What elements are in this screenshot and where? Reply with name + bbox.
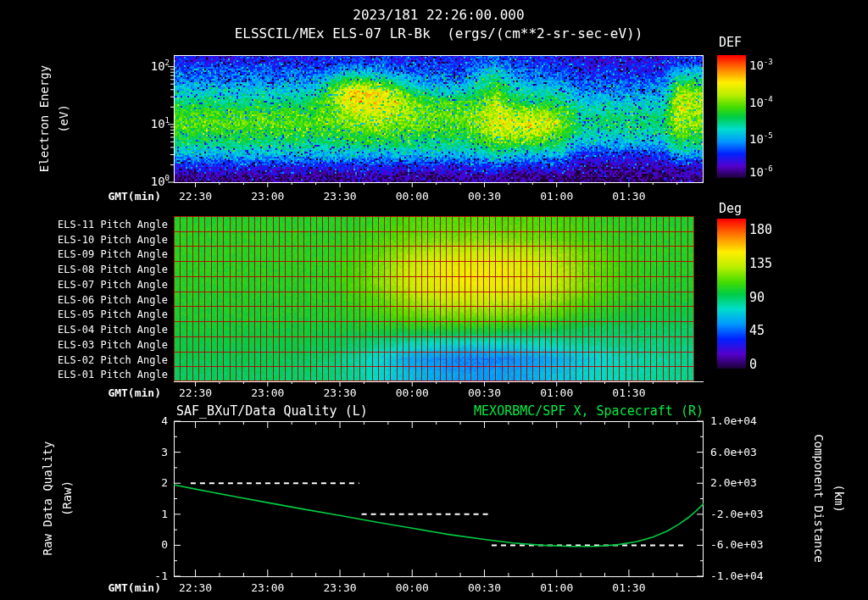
x-tick-label: 22:30 xyxy=(169,386,223,400)
x-tick-label: 01:00 xyxy=(530,386,584,400)
els-row-label: ELS-07 Pitch Angle xyxy=(49,278,168,292)
km-tick-label: 1.0e+04 xyxy=(710,414,778,428)
energy-tick-label: 101 xyxy=(129,117,170,131)
km-tick-label: -2.0e+03 xyxy=(710,508,778,521)
raw-tick-label: 1 xyxy=(134,508,168,521)
x-tick-label: 01:00 xyxy=(530,581,584,595)
els-row-label: ELS-04 Pitch Angle xyxy=(49,323,168,336)
els-row-label: ELS-08 Pitch Angle xyxy=(49,263,168,276)
spacecraft-x-curve xyxy=(174,485,704,547)
x-tick-label: 01:30 xyxy=(602,190,656,203)
raw-tick-label: -1 xyxy=(134,569,168,583)
plot-title: ELSSCIL/MEx ELS-07 LR-Bk (ergs/(cm**2-sr… xyxy=(89,25,788,42)
els-row-label: ELS-05 Pitch Angle xyxy=(49,308,168,321)
deg-colorbar-tick-label: 135 xyxy=(749,257,772,270)
km-tick-label: 6.0e+03 xyxy=(710,446,778,459)
raw-tick-label: 2 xyxy=(134,476,168,490)
raw-quality-axis-label: Raw Data Quality xyxy=(41,442,54,556)
line-plot-frame xyxy=(175,422,704,577)
plot-timestamp: 2023/181 22:26:00.000 xyxy=(174,7,704,23)
x-tick-label: 00:00 xyxy=(385,190,439,203)
x-tick-label: 00:00 xyxy=(385,386,439,400)
els-row-label: ELS-01 Pitch Angle xyxy=(49,368,168,381)
x-tick-label: 01:30 xyxy=(602,581,656,595)
x-tick-label: 23:00 xyxy=(241,581,295,595)
raw-tick-label: 0 xyxy=(134,538,168,552)
x-tick-label: 23:30 xyxy=(313,581,367,595)
x-tick-label: 23:00 xyxy=(241,386,295,400)
energy-tick-label: 102 xyxy=(129,59,170,73)
x-tick-label: 00:30 xyxy=(457,581,511,595)
gmt-axis-label-bottom: GMT(min) xyxy=(83,581,161,595)
energy-tick-label: 100 xyxy=(129,175,170,188)
def-colorbar-tick-label: 10-4 xyxy=(749,96,773,109)
def-colorbar-title: DEF xyxy=(719,36,742,49)
deg-colorbar-title: Deg xyxy=(719,202,742,215)
spacecraft-series-title: MEXORBMC/SPF X, Spacecraft (R) xyxy=(364,404,704,418)
deg-colorbar-tick-label: 180 xyxy=(749,223,772,236)
def-colorbar-tick-label: 10-3 xyxy=(749,58,773,72)
component-distance-axis-label: Component Distance xyxy=(812,434,826,563)
els-row-label: ELS-02 Pitch Angle xyxy=(49,353,168,367)
km-tick-label: -1.0e+04 xyxy=(710,569,778,583)
deg-colorbar-tick-label: 45 xyxy=(749,324,765,337)
deg-colorbar xyxy=(717,219,746,369)
x-tick-label: 23:00 xyxy=(241,190,295,203)
quality-series-title: SAF_BXuT/Data Quality (L) xyxy=(176,404,368,418)
els-row-label: ELS-06 Pitch Angle xyxy=(49,293,168,307)
deg-colorbar-tick-label: 0 xyxy=(749,358,757,371)
x-tick-label: 01:00 xyxy=(530,190,584,203)
x-tick-label: 01:30 xyxy=(602,386,656,400)
x-tick-label: 00:30 xyxy=(457,386,511,400)
raw-tick-label: 4 xyxy=(134,414,168,428)
km-tick-label: 2.0e+03 xyxy=(710,476,778,490)
def-colorbar-tick-label: 10-5 xyxy=(749,132,773,146)
raw-tick-label: 3 xyxy=(134,446,168,459)
electron-energy-spectrogram-heatmap xyxy=(174,55,704,182)
els-row-label: ELS-11 Pitch Angle xyxy=(49,218,168,231)
component-distance-axis-units: (km) xyxy=(832,484,846,513)
def-colorbar xyxy=(717,55,746,178)
x-tick-label: 00:00 xyxy=(385,581,439,595)
pitch-angle-heatmap xyxy=(174,216,704,381)
els-row-label: ELS-10 Pitch Angle xyxy=(49,233,168,247)
def-colorbar-tick-label: 10-6 xyxy=(749,165,773,179)
raw-quality-axis-units: (Raw) xyxy=(60,481,74,516)
spec-y-axis-units: (eV) xyxy=(57,104,70,133)
x-tick-label: 23:30 xyxy=(313,386,367,400)
spec-y-axis-label: Electron Energy xyxy=(37,65,51,172)
gmt-axis-label-top: GMT(min) xyxy=(83,190,161,203)
x-tick-label: 00:30 xyxy=(457,190,511,203)
els-row-label: ELS-09 Pitch Angle xyxy=(49,247,168,261)
gmt-axis-label-middle: GMT(min) xyxy=(83,386,161,400)
x-tick-label: 22:30 xyxy=(169,190,223,203)
x-tick-label: 23:30 xyxy=(313,190,367,203)
els-quicklook-plot-window: 2023/181 22:26:00.000 ELSSCIL/MEx ELS-07… xyxy=(0,0,868,600)
x-tick-label: 22:30 xyxy=(169,581,223,595)
els-row-label: ELS-03 Pitch Angle xyxy=(49,338,168,352)
deg-colorbar-tick-label: 90 xyxy=(749,291,765,304)
km-tick-label: -6.0e+03 xyxy=(710,538,778,552)
